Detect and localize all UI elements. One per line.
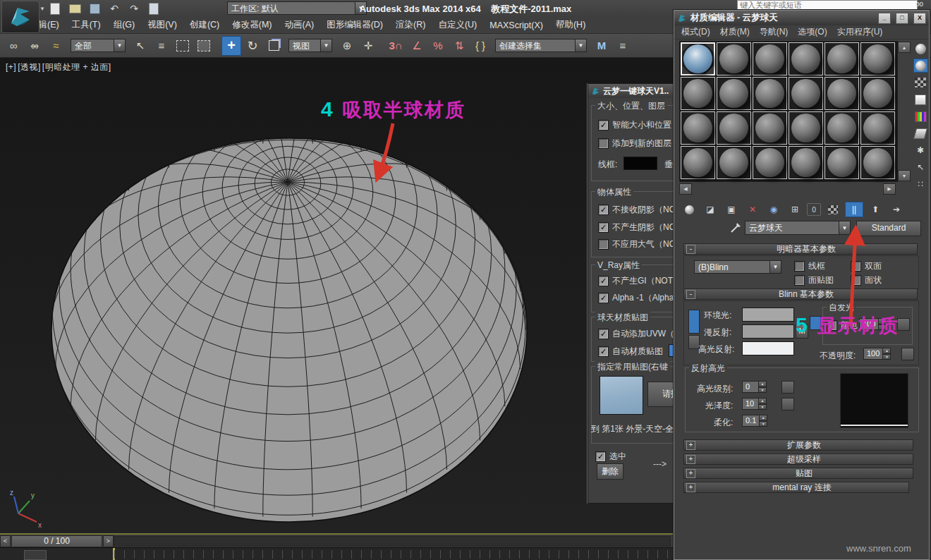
checkbox-box[interactable] (851, 275, 861, 286)
backlight-icon[interactable] (913, 59, 928, 73)
material-type-button[interactable]: Standard (856, 221, 921, 236)
script-panel-titlebar[interactable]: 云梦一键球天V1.. (588, 84, 676, 98)
ambient-color-swatch[interactable] (742, 308, 794, 322)
glossiness-value[interactable]: 10 (742, 398, 759, 410)
checkbox-box[interactable]: ✓ (598, 120, 609, 130)
material-slot-selected[interactable] (681, 42, 715, 75)
sky-map-thumbnail[interactable] (600, 376, 643, 415)
material-slot[interactable] (681, 146, 715, 179)
chevron-down-icon[interactable]: ▼ (114, 39, 125, 51)
menu-views[interactable]: 视图(V) (145, 18, 180, 32)
menu-animation[interactable]: 动画(A) (281, 18, 317, 32)
checkbox-add-to-new-layer[interactable]: 添加到新的图层 (598, 138, 671, 150)
checkbox-selfillum-color[interactable]: 颜色 (827, 319, 858, 331)
checkbox-box[interactable] (794, 261, 805, 272)
checkbox-smart-size-position[interactable]: ✓智能大小和位置 (598, 119, 671, 131)
search-binoculars-icon[interactable]: oo (915, 0, 923, 8)
opacity-value[interactable]: 100 (863, 348, 883, 360)
specular-color-swatch[interactable] (742, 341, 794, 355)
maximize-button[interactable]: □ (896, 13, 908, 24)
checkbox-auto-material-map[interactable]: ✓自动材质贴图 (598, 346, 663, 358)
rollout-mental-ray-connection[interactable]: + mental ray 连接 (683, 482, 909, 493)
previous-frame-button[interactable]: < (0, 535, 11, 547)
chevron-down-icon[interactable]: ▼ (320, 39, 331, 51)
search-input[interactable] (737, 0, 918, 10)
rollout-maps[interactable]: + 贴图 (683, 468, 913, 479)
select-and-scale-icon[interactable] (264, 36, 284, 56)
material-slot[interactable] (860, 111, 895, 145)
menu-tools[interactable]: 工具(T) (69, 18, 104, 32)
checkbox-2-sided[interactable]: 双面 (851, 260, 882, 272)
diffuse-color-swatch[interactable] (742, 324, 794, 339)
mirror-icon[interactable]: M (592, 36, 611, 56)
checkbox-alpha-minus-one[interactable]: ✓Alpha -1（Alpha (598, 292, 674, 304)
menu-rendering[interactable]: 渲染(R) (393, 18, 428, 32)
sample-type-icon[interactable] (913, 42, 928, 56)
menu-maxscript[interactable]: MAXScript(X) (487, 19, 546, 32)
checkbox-receive-shadows-off[interactable]: ✓不接收阴影（NO (598, 204, 676, 216)
use-pivot-center-icon[interactable]: ⊕ (337, 36, 357, 56)
slots-scroll-up-icon[interactable]: ▲ (898, 42, 911, 53)
specular-level-value[interactable]: 0 (742, 381, 759, 393)
menu-modifiers[interactable]: 修改器(M) (229, 18, 274, 32)
reset-map-icon[interactable]: ✕ (743, 202, 762, 217)
checkbox-box[interactable] (598, 138, 609, 149)
checkbox-wire[interactable]: 线框 (794, 260, 825, 272)
glossiness-spinner[interactable]: 10 ▲▼ (742, 398, 767, 410)
material-slot[interactable] (860, 77, 895, 110)
material-id-channel-icon[interactable]: 0 (807, 203, 821, 216)
viewport-menu-general[interactable]: [+] (6, 62, 16, 72)
material-slot[interactable] (789, 77, 823, 110)
show-map-in-viewport-icon[interactable]: || (845, 202, 863, 217)
spinner-down-icon[interactable]: ▼ (879, 324, 887, 331)
material-name-dropdown[interactable]: 云梦球天 ▼ (745, 221, 851, 235)
collapse-icon[interactable]: - (686, 245, 695, 254)
selfillum-value[interactable]: 100 (859, 318, 879, 330)
assign-material-to-selection-icon[interactable]: ▣ (722, 202, 741, 217)
chevron-down-icon[interactable]: ▼ (575, 39, 586, 51)
material-slot[interactable] (717, 146, 751, 179)
material-slot[interactable] (789, 146, 823, 179)
go-forward-sibling-icon[interactable]: ➔ (887, 202, 906, 217)
sample-uv-tiling-icon[interactable] (913, 92, 928, 106)
delete-button[interactable]: 删除 (597, 463, 623, 480)
make-preview-icon[interactable] (913, 126, 928, 140)
rollout-extended-parameters[interactable]: + 扩展参数 (683, 439, 913, 451)
viewport-menu-shading[interactable]: [明暗处理 + 边面] (42, 62, 111, 72)
checkbox-box[interactable]: ✓ (598, 293, 609, 303)
viewport-menu-pov[interactable]: [透视] (18, 62, 41, 72)
put-to-library-icon[interactable]: ⊞ (786, 202, 804, 217)
rollout-supersampling[interactable]: + 超级采样 (683, 454, 913, 465)
soften-spinner[interactable]: 0.1 ▲▼ (742, 415, 767, 427)
material-slot[interactable] (824, 77, 859, 110)
opacity-spinner[interactable]: 100 ▲▼ (863, 348, 891, 360)
bind-to-spacewarp-icon[interactable]: ≈ (46, 36, 66, 56)
selection-filter-dropdown[interactable]: 全部 ▼ (71, 39, 126, 52)
reference-coordinate-dropdown[interactable]: 视图 ▼ (288, 39, 332, 52)
checkbox-box[interactable] (851, 261, 861, 272)
soften-value[interactable]: 0.1 (742, 415, 760, 427)
checkbox-faceted[interactable]: 面状 (851, 274, 882, 286)
material-slot[interactable] (681, 111, 715, 145)
next-frame-button[interactable]: > (103, 535, 114, 547)
checkbox-box[interactable]: ✓ (598, 205, 609, 215)
material-slot[interactable] (753, 146, 787, 179)
make-material-copy-icon[interactable]: ◉ (765, 202, 783, 217)
checkbox-auto-uvw[interactable]: ✓自动添加UVW（ (598, 328, 674, 340)
spinner-up-icon[interactable]: ▲ (879, 318, 887, 324)
material-slot[interactable] (789, 111, 823, 145)
rollout-shader-basic[interactable]: - 明暗器基本参数 (683, 243, 918, 255)
spinner-down-icon[interactable]: ▼ (759, 387, 767, 394)
time-slider-groove[interactable] (114, 536, 671, 547)
background-icon[interactable] (913, 75, 928, 90)
material-slot[interactable] (753, 111, 787, 145)
wireframe-color-swatch[interactable] (623, 157, 657, 170)
selfillum-spinner[interactable]: 100 ▲▼ (859, 318, 887, 330)
menu-utilities[interactable]: 实用程序(U) (837, 26, 883, 38)
align-icon[interactable]: ≡ (613, 36, 633, 56)
shader-type-dropdown[interactable]: (B)Blinn ▼ (694, 260, 781, 274)
close-button[interactable]: X (913, 13, 926, 24)
snap-toggle-3d-icon[interactable]: 3∩ (386, 36, 406, 56)
material-slot[interactable] (860, 42, 895, 75)
named-selection-sets-icon[interactable]: { } (470, 36, 490, 56)
